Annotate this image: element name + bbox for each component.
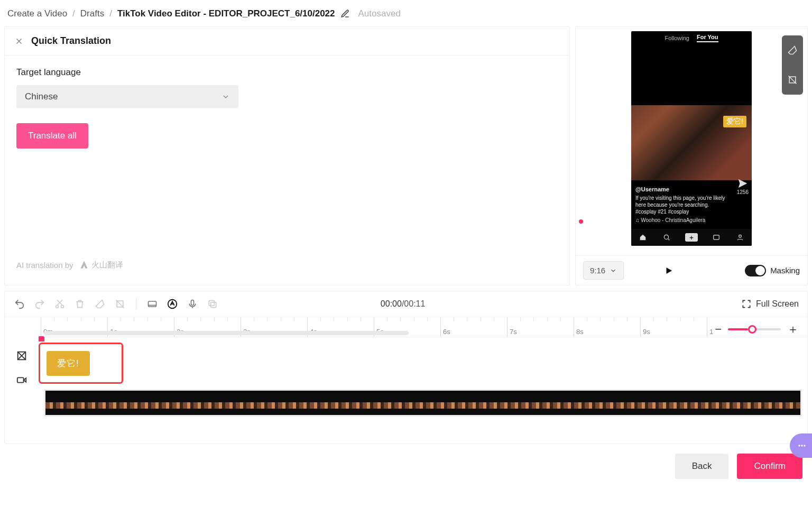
aspect-ratio-select[interactable]: 9:16: [583, 261, 624, 280]
svg-point-15: [801, 445, 802, 446]
home-icon[interactable]: [638, 233, 648, 242]
ruler-tick-label: 7s: [510, 328, 517, 336]
breadcrumb-sep: /: [72, 8, 75, 19]
preview-username[interactable]: @Username: [635, 186, 731, 193]
panel-title: Quick Translation: [31, 35, 111, 47]
chevron-down-icon: [222, 93, 230, 101]
svg-point-5: [61, 306, 64, 308]
svg-point-0: [664, 235, 668, 239]
ruler-tick: 9s: [640, 317, 641, 337]
target-language-select[interactable]: Chinese: [16, 85, 238, 108]
preview-tools: [782, 35, 803, 95]
create-icon[interactable]: ＋: [685, 233, 698, 242]
zoom-slider[interactable]: [728, 328, 781, 330]
voiceover-icon[interactable]: [186, 298, 199, 310]
ruler-tick: 8s: [574, 317, 574, 337]
svg-point-4: [56, 306, 59, 308]
phone-preview: Following For You 爱它! 1256 @Username If …: [631, 31, 752, 246]
cut-icon[interactable]: [53, 298, 66, 310]
svg-rect-9: [191, 300, 194, 306]
ruler-tick: 7s: [507, 317, 508, 337]
auto-caption-icon[interactable]: [166, 298, 179, 310]
breadcrumb: Create a Video / Drafts / TikTok Video E…: [4, 4, 808, 26]
subtitle-overlay[interactable]: 爱它!: [723, 116, 746, 127]
aspect-ratio-value: 9:16: [590, 266, 605, 275]
copy-icon[interactable]: [206, 298, 219, 310]
svg-rect-7: [149, 301, 156, 307]
share-count: 1256: [737, 189, 749, 195]
masking-label: Masking: [770, 266, 800, 275]
search-icon[interactable]: [662, 233, 671, 242]
play-button[interactable]: [664, 266, 673, 275]
record-indicator: [579, 219, 583, 224]
text-clip-selected[interactable]: 爱它!: [39, 343, 123, 384]
ruler-tick: 6s: [440, 317, 441, 337]
tab-following[interactable]: Following: [665, 35, 689, 41]
ruler-tick-label: 1: [709, 328, 713, 336]
ruler-tick: 0m: [41, 317, 41, 337]
autosaved-label: Autosaved: [358, 8, 401, 19]
ruler-tick-label: 6s: [443, 328, 450, 336]
profile-icon[interactable]: [735, 233, 745, 242]
crop-tool-icon[interactable]: [114, 298, 126, 310]
delete-icon[interactable]: [73, 298, 86, 310]
back-button[interactable]: Back: [675, 454, 729, 479]
tab-for-you[interactable]: For You: [697, 34, 718, 42]
chevron-down-icon: [610, 267, 617, 274]
translation-panel: Quick Translation Target language Chines…: [4, 26, 570, 285]
ruler-tick-label: 9s: [643, 328, 650, 336]
confirm-button[interactable]: Confirm: [737, 454, 802, 479]
toolbar-separator: [136, 298, 136, 310]
text-clip-label: 爱它!: [47, 351, 90, 376]
preview-panel: Following For You 爱它! 1256 @Username If …: [575, 26, 808, 285]
attribution-text: AI translation by: [16, 261, 73, 270]
text-track-icon[interactable]: [16, 350, 27, 362]
preview-audio[interactable]: ♫ Woohoo - ChristinaAguilera: [635, 217, 731, 224]
svg-rect-10: [211, 302, 216, 308]
masking-toggle[interactable]: [745, 265, 766, 276]
timeline: 00:00/00:11 Full Screen 0m1s2s3s4s5s6s7s…: [4, 291, 808, 444]
eraser-icon[interactable]: [782, 35, 803, 65]
svg-point-16: [804, 445, 805, 446]
breadcrumb-current: TikTok Video Editor - EDITOR_PROJECT_6/1…: [117, 8, 335, 19]
breadcrumb-drafts[interactable]: Drafts: [80, 8, 104, 19]
video-track-icon[interactable]: [16, 374, 27, 386]
preview-caption: If you're visiting this page, you're lik…: [635, 195, 731, 215]
fullscreen-button[interactable]: Full Screen: [741, 299, 799, 309]
time-current: 00:00: [381, 299, 402, 308]
ruler-tick: 1: [707, 317, 707, 337]
undo-icon[interactable]: [13, 298, 26, 310]
redo-icon[interactable]: [33, 298, 46, 310]
zoom-out-button[interactable]: −: [715, 322, 722, 336]
target-language-label: Target language: [16, 67, 558, 78]
translate-all-button[interactable]: Translate all: [16, 123, 88, 149]
volcano-translate-logo: 火山翻译: [79, 260, 123, 270]
close-icon[interactable]: [14, 36, 24, 46]
svg-point-14: [798, 445, 800, 446]
eraser-tool-icon[interactable]: [94, 298, 106, 310]
svg-rect-13: [17, 377, 24, 382]
attribution: AI translation by 火山翻译: [16, 254, 558, 280]
crop-icon[interactable]: [782, 65, 803, 95]
target-language-value: Chinese: [25, 91, 58, 102]
edit-title-icon[interactable]: [340, 9, 350, 19]
time-display: 00:00/00:11: [381, 299, 426, 309]
breadcrumb-root[interactable]: Create a Video: [7, 8, 67, 19]
inbox-icon[interactable]: [712, 233, 721, 242]
caption-icon[interactable]: [146, 298, 159, 310]
timeline-scrollbar[interactable]: [44, 331, 409, 335]
video-clip[interactable]: [44, 389, 802, 417]
support-chat-button[interactable]: [790, 433, 812, 458]
time-total: 00:11: [404, 299, 425, 308]
svg-rect-11: [209, 300, 214, 306]
svg-rect-1: [714, 235, 719, 239]
zoom-in-button[interactable]: ＋: [787, 321, 799, 337]
fullscreen-label: Full Screen: [756, 299, 799, 309]
breadcrumb-sep: /: [109, 8, 112, 19]
ruler-tick-label: 8s: [576, 328, 584, 336]
share-button[interactable]: 1256: [737, 178, 749, 195]
svg-point-2: [739, 235, 741, 237]
